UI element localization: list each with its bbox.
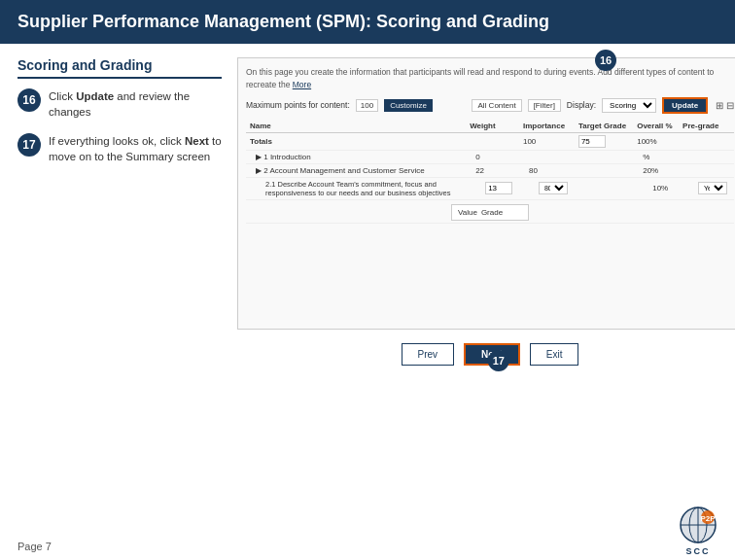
display-select[interactable]: Scoring: [602, 98, 656, 113]
exit-button[interactable]: Exit: [530, 343, 579, 366]
row-acct-target: [575, 163, 633, 177]
row-acct-name: ▶ 2 Account Management and Customer Serv…: [246, 163, 466, 177]
navigation-buttons: Prev Next Exit: [237, 343, 735, 366]
step-16-text: Click Update and review the changes: [49, 88, 222, 120]
row-21-importance: 80: [519, 177, 575, 199]
screenshot-box: On this page you create the information …: [237, 57, 735, 330]
prev-button[interactable]: Prev: [402, 343, 455, 366]
update-button[interactable]: Update: [662, 97, 708, 114]
row-21-weight-input[interactable]: [485, 182, 512, 194]
page-number: Page 7: [18, 541, 52, 552]
screenshot-description: On this page you create the information …: [246, 66, 734, 91]
row-21-pregrade-select[interactable]: Yes: [698, 182, 727, 194]
row-21-weight: [466, 177, 519, 199]
row-acct-overall: 20%: [633, 163, 679, 177]
step-16-keyword: Update: [76, 90, 114, 102]
row-21-overall: 10%: [633, 177, 679, 199]
screenshot-controls: Maximum points for content: 100 Customiz…: [246, 97, 734, 114]
grade-box-cell: Value Grade: [246, 199, 734, 223]
col-importance: Importance: [519, 120, 575, 133]
row-intro-overall: %: [633, 150, 679, 163]
row-totals-name: Totals: [246, 132, 466, 150]
table-row: ▶ 2 Account Management and Customer Serv…: [246, 163, 734, 177]
row-acct-weight: 22: [466, 163, 519, 177]
scoring-table: Name Weight Importance Target Grade Over…: [246, 120, 734, 224]
step-17-item: 17 If everything looks ok, click Next to…: [18, 133, 222, 164]
screenshot-area: 16 On this page you create the informati…: [237, 57, 735, 366]
col-pre-grade: Pre-grade: [679, 120, 734, 133]
row-acct-importance: 80: [519, 163, 575, 177]
row-totals-pregrade: [679, 132, 734, 150]
grade-value-col: Value: [458, 208, 477, 217]
table-icons: ⊞ ⊟: [716, 100, 734, 111]
row-totals-target: [575, 132, 633, 150]
table-row: ▶ 1 Introduction 0 %: [246, 150, 734, 163]
grade-grade-col: Grade: [481, 208, 503, 217]
page-footer: Page 7: [18, 541, 52, 552]
row-21-target: [575, 177, 633, 199]
step-17-badge: 17: [18, 133, 41, 157]
row-21-importance-select[interactable]: 80: [539, 182, 568, 194]
badge-16: 16: [595, 50, 616, 71]
display-label: Display:: [567, 100, 596, 110]
row-21-name: 2.1 Describe Account Team's commitment, …: [246, 177, 466, 199]
logo-text: SCC: [685, 546, 710, 556]
step-17-keyword: Next: [185, 135, 209, 147]
table-row: Value Grade: [246, 199, 734, 223]
row-intro-target: [575, 150, 633, 163]
row-totals-weight: [466, 132, 519, 150]
col-overall-pct: Overall %: [633, 120, 679, 133]
row-intro-name: ▶ 1 Introduction: [246, 150, 466, 163]
page-header: Supplier Performance Management (SPM): S…: [0, 0, 735, 44]
customize-button[interactable]: Customize: [384, 99, 433, 112]
row-acct-pregrade: [679, 163, 734, 177]
header-title: Supplier Performance Management (SPM): S…: [18, 12, 549, 31]
col-name: Name: [246, 120, 466, 133]
row-intro-importance: [519, 150, 575, 163]
row-intro-pregrade: [679, 150, 734, 163]
row-totals-importance: 100: [519, 132, 575, 150]
scc-logo: P2P: [677, 504, 719, 546]
svg-text:P2P: P2P: [700, 514, 716, 523]
more-link[interactable]: More: [293, 80, 311, 89]
tab-all-content[interactable]: All Content: [472, 99, 521, 112]
col-target-grade: Target Grade: [575, 120, 633, 133]
step-16-badge: 16: [18, 88, 41, 112]
step-17-text: If everything looks ok, click Next to mo…: [49, 133, 222, 164]
max-points-label: Maximum points for content:: [246, 100, 350, 110]
grade-box: Value Grade: [451, 204, 529, 221]
table-row: Totals 100 100%: [246, 132, 734, 150]
step-16-item: 16 Click Update and review the changes: [18, 88, 222, 120]
instructions-title: Scoring and Grading: [18, 57, 222, 79]
max-points-value: 100: [356, 99, 378, 112]
badge-17: 17: [488, 350, 509, 371]
row-21-pregrade: Yes: [679, 177, 734, 199]
col-weight: Weight: [466, 120, 519, 133]
totals-target-input[interactable]: [578, 135, 606, 148]
table-row: 2.1 Describe Account Team's commitment, …: [246, 177, 734, 199]
logo-area: P2P SCC: [677, 504, 719, 556]
row-intro-weight: 0: [466, 150, 519, 163]
instructions-panel: Scoring and Grading 16 Click Update and …: [18, 57, 222, 366]
row-totals-overall: 100%: [633, 132, 679, 150]
tab-filter[interactable]: [Filter]: [528, 99, 561, 112]
